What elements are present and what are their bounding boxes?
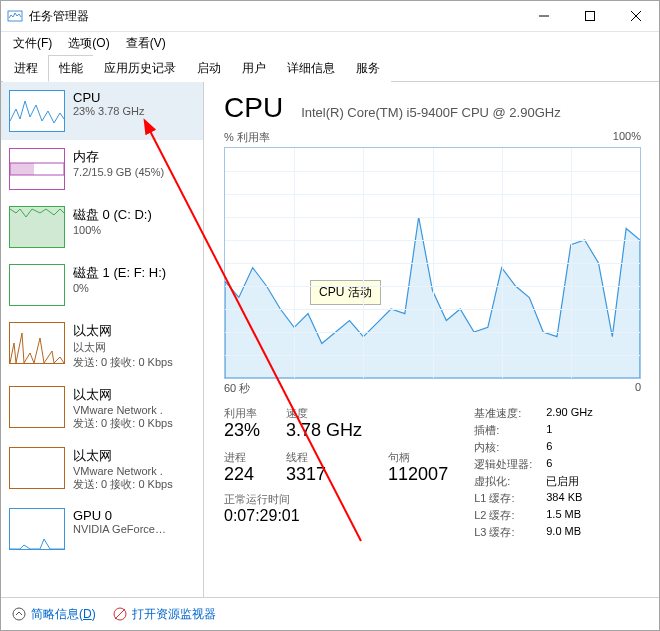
stat-label: 线程 (286, 450, 362, 465)
sidebar-item-title: CPU (73, 90, 195, 105)
sidebar-item-sub: VMware Network . (73, 465, 195, 477)
sidebar-item-sub: 7.2/15.9 GB (45%) (73, 166, 195, 178)
sidebar-item-sub: 发送: 0 接收: 0 Kbps (73, 477, 195, 492)
stat-value: 112007 (388, 465, 448, 484)
tab-启动[interactable]: 启动 (186, 55, 232, 82)
svg-point-9 (13, 608, 25, 620)
cpu-detail-pane: CPU Intel(R) Core(TM) i5-9400F CPU @ 2.9… (204, 82, 659, 597)
spec-key: 虚拟化: (474, 474, 532, 489)
sidebar-item-sub: 0% (73, 282, 195, 294)
spec-key: L1 缓存: (474, 491, 532, 506)
sidebar-thumb (9, 90, 65, 132)
stat-value: 3.78 GHz (286, 421, 362, 440)
sidebar-thumb (9, 322, 65, 364)
spec-value: 1.5 MB (546, 508, 592, 523)
spec-value: 已启用 (546, 474, 592, 489)
resmon-icon (112, 606, 128, 622)
minimize-button[interactable] (521, 1, 567, 31)
spec-key: L2 缓存: (474, 508, 532, 523)
stat-label: 进程 (224, 450, 260, 465)
open-resmon-link[interactable]: 打开资源监视器 (132, 606, 216, 623)
graph-tooltip: CPU 活动 (310, 280, 381, 305)
maximize-button[interactable] (567, 1, 613, 31)
tab-进程[interactable]: 进程 (3, 55, 49, 82)
fewer-details-link[interactable]: 简略信息(D) (31, 606, 96, 623)
tab-用户[interactable]: 用户 (231, 55, 277, 82)
sidebar-item-7[interactable]: GPU 0NVIDIA GeForce… (1, 500, 203, 558)
sidebar-item-4[interactable]: 以太网以太网发送: 0 接收: 0 Kbps (1, 314, 203, 378)
spec-value: 384 KB (546, 491, 592, 506)
chevron-up-icon[interactable] (11, 606, 27, 622)
sidebar-item-0[interactable]: CPU23% 3.78 GHz (1, 82, 203, 140)
spec-value: 2.90 GHz (546, 406, 592, 421)
tab-应用历史记录[interactable]: 应用历史记录 (93, 55, 187, 82)
tab-性能[interactable]: 性能 (48, 55, 94, 82)
stat-label: 利用率 (224, 406, 260, 421)
menu-view[interactable]: 查看(V) (118, 33, 174, 54)
sidebar-item-sub: 100% (73, 224, 195, 236)
tabstrip: 进程性能应用历史记录启动用户详细信息服务 (1, 54, 659, 82)
menu-file[interactable]: 文件(F) (5, 33, 60, 54)
stat-label: 速度 (286, 406, 362, 421)
sidebar-item-3[interactable]: 磁盘 1 (E: F: H:)0% (1, 256, 203, 314)
sidebar-item-2[interactable]: 磁盘 0 (C: D:)100% (1, 198, 203, 256)
task-manager-window: 任务管理器 文件(F) 选项(O) 查看(V) 进程性能应用历史记录启动用户详细… (0, 0, 660, 631)
graph-y-max: 100% (613, 130, 641, 145)
sidebar-item-sub: 发送: 0 接收: 0 Kbps (73, 416, 195, 431)
sidebar-thumb (9, 206, 65, 248)
close-button[interactable] (613, 1, 659, 31)
graph-x-right: 0 (635, 381, 641, 396)
sidebar-item-title: 磁盘 1 (E: F: H:) (73, 264, 195, 282)
stat-cell-2 (388, 406, 448, 440)
sidebar-item-title: 磁盘 0 (C: D:) (73, 206, 195, 224)
window-title: 任务管理器 (29, 8, 89, 25)
sidebar-item-title: 以太网 (73, 322, 195, 340)
stat-value: 3317 (286, 465, 362, 484)
graph-x-left: 60 秒 (224, 381, 250, 396)
app-icon (7, 8, 23, 24)
graph-y-label: % 利用率 (224, 130, 270, 145)
tab-详细信息[interactable]: 详细信息 (276, 55, 346, 82)
sidebar-item-sub: 以太网 (73, 340, 195, 355)
svg-rect-6 (10, 163, 34, 175)
stat-cell-3: 进程224 (224, 450, 260, 484)
menu-options[interactable]: 选项(O) (60, 33, 117, 54)
stat-cell-5: 句柄112007 (388, 450, 448, 484)
sidebar-thumb (9, 264, 65, 306)
uptime-value: 0:07:29:01 (224, 507, 448, 525)
spec-value: 9.0 MB (546, 525, 592, 540)
cpu-fullname: Intel(R) Core(TM) i5-9400F CPU @ 2.90GHz (301, 105, 561, 120)
uptime-label: 正常运行时间 (224, 492, 448, 507)
sidebar-item-title: 以太网 (73, 447, 195, 465)
stat-cell-1: 速度3.78 GHz (286, 406, 362, 440)
sidebar-item-sub: NVIDIA GeForce… (73, 523, 195, 535)
titlebar[interactable]: 任务管理器 (1, 1, 659, 32)
sidebar-item-6[interactable]: 以太网VMware Network .发送: 0 接收: 0 Kbps (1, 439, 203, 500)
spec-key: 插槽: (474, 423, 532, 438)
spec-value: 6 (546, 440, 592, 455)
stat-cell-0: 利用率23% (224, 406, 260, 440)
spec-key: 基准速度: (474, 406, 532, 421)
cpu-usage-graph[interactable]: CPU 活动 (224, 147, 641, 379)
statusbar: 简略信息(D) 打开资源监视器 (1, 597, 659, 630)
sidebar-item-title: 以太网 (73, 386, 195, 404)
sidebar-item-5[interactable]: 以太网VMware Network .发送: 0 接收: 0 Kbps (1, 378, 203, 439)
tab-服务[interactable]: 服务 (345, 55, 391, 82)
spec-key: 内核: (474, 440, 532, 455)
spec-key: 逻辑处理器: (474, 457, 532, 472)
stat-value: 23% (224, 421, 260, 440)
menubar: 文件(F) 选项(O) 查看(V) (1, 32, 659, 54)
spec-value: 1 (546, 423, 592, 438)
svg-line-11 (115, 609, 125, 619)
stat-cell-4: 线程3317 (286, 450, 362, 484)
spec-value: 6 (546, 457, 592, 472)
sidebar-thumb (9, 508, 65, 550)
sidebar-thumb (9, 447, 65, 489)
performance-sidebar[interactable]: CPU23% 3.78 GHz内存7.2/15.9 GB (45%)磁盘 0 (… (1, 82, 204, 597)
sidebar-item-title: 内存 (73, 148, 195, 166)
sidebar-thumb (9, 386, 65, 428)
svg-rect-2 (586, 12, 595, 21)
sidebar-item-sub: VMware Network . (73, 404, 195, 416)
sidebar-item-1[interactable]: 内存7.2/15.9 GB (45%) (1, 140, 203, 198)
sidebar-item-title: GPU 0 (73, 508, 195, 523)
